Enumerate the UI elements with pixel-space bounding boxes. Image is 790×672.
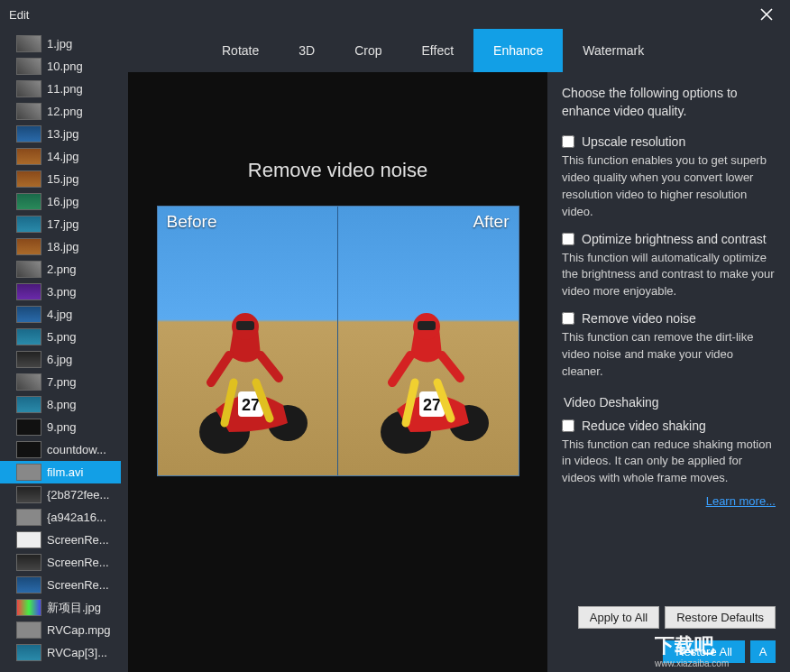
- tab-effect[interactable]: Effect: [402, 29, 474, 72]
- content-area: Rotate3DCropEffectEnhanceWatermark Remov…: [121, 29, 790, 672]
- upscale-option[interactable]: Upscale resolution: [562, 134, 776, 149]
- file-thumbnail: [16, 35, 41, 52]
- tab-rotate[interactable]: Rotate: [202, 29, 279, 72]
- file-item[interactable]: 2.png: [0, 258, 121, 281]
- optimize-option[interactable]: Optimize brightness and contrast: [562, 232, 776, 246]
- file-item[interactable]: 8.png: [0, 393, 121, 416]
- file-item[interactable]: 1.jpg: [0, 32, 121, 55]
- tab-crop[interactable]: Crop: [335, 29, 401, 72]
- file-item[interactable]: 4.jpg: [0, 303, 121, 326]
- file-item[interactable]: 10.png: [0, 55, 121, 78]
- before-label: Before: [167, 212, 217, 232]
- file-name-label: 新项目.jpg: [47, 600, 101, 616]
- file-name-label: 13.jpg: [47, 127, 78, 141]
- file-thumbnail: [16, 148, 41, 165]
- file-thumbnail: [16, 486, 41, 503]
- file-name-label: 4.jpg: [47, 308, 72, 321]
- file-item[interactable]: 16.jpg: [0, 190, 121, 213]
- motocross-image: 27: [365, 292, 491, 455]
- file-name-label: 3.png: [47, 285, 77, 299]
- file-item[interactable]: 11.png: [0, 78, 121, 100]
- close-button[interactable]: [749, 2, 785, 27]
- file-item[interactable]: 13.jpg: [0, 123, 121, 145]
- file-item[interactable]: 12.png: [0, 100, 121, 123]
- file-name-label: ScreenRe...: [47, 556, 109, 569]
- upscale-description: This function enables you to get superb …: [562, 152, 776, 220]
- optimize-checkbox[interactable]: [562, 233, 574, 245]
- file-item[interactable]: 3.png: [0, 281, 121, 303]
- file-thumbnail: [16, 58, 41, 75]
- file-name-label: 14.jpg: [47, 150, 78, 163]
- top-button-row: Apply to All Restore Defaults: [578, 606, 776, 629]
- file-name-label: 18.jpg: [47, 240, 78, 253]
- svg-rect-5: [236, 321, 254, 330]
- editor-row: Remove video noise Before 27: [121, 72, 790, 672]
- file-thumbnail: [16, 238, 41, 255]
- file-item[interactable]: 新项目.jpg: [0, 596, 121, 619]
- window-title: Edit: [9, 8, 29, 22]
- upscale-checkbox[interactable]: [562, 135, 574, 148]
- file-item[interactable]: RVCap.mpg: [0, 619, 121, 641]
- file-name-label: RVCap[3]...: [47, 646, 107, 659]
- file-name-label: 12.png: [47, 105, 83, 118]
- file-thumbnail: [16, 644, 41, 661]
- file-item[interactable]: 6.jpg: [0, 348, 121, 371]
- file-item[interactable]: 9.png: [0, 416, 121, 438]
- file-name-label: 15.jpg: [47, 172, 78, 186]
- denoise-label: Remove video noise: [582, 311, 696, 326]
- file-item[interactable]: ScreenRe...: [0, 529, 121, 551]
- preview-panel: Remove video noise Before 27: [128, 72, 547, 672]
- file-item[interactable]: 7.png: [0, 371, 121, 393]
- file-thumbnail: [16, 441, 41, 458]
- denoise-description: This function can remove the dirt-like v…: [562, 329, 776, 381]
- bottom-button-row: Restore All A: [663, 640, 776, 663]
- file-thumbnail: [16, 554, 41, 571]
- file-item[interactable]: RVCap[3]...: [0, 641, 121, 664]
- file-thumbnail: [16, 351, 41, 368]
- file-item[interactable]: film.avi: [0, 461, 121, 483]
- learn-more-link[interactable]: Learn more...: [562, 494, 776, 508]
- file-item[interactable]: {a942a16...: [0, 506, 121, 529]
- file-thumbnail: [16, 193, 41, 210]
- denoise-checkbox[interactable]: [562, 312, 574, 325]
- file-item[interactable]: {2b872fee...: [0, 483, 121, 506]
- deshake-option[interactable]: Reduce video shaking: [562, 419, 776, 433]
- deshake-checkbox[interactable]: [562, 419, 574, 432]
- compare-before: Before 27: [158, 207, 338, 475]
- svg-text:27: 27: [422, 396, 440, 414]
- file-name-label: 17.jpg: [47, 217, 78, 231]
- denoise-option[interactable]: Remove video noise: [562, 311, 776, 326]
- file-item[interactable]: ScreenRe...: [0, 551, 121, 574]
- main: 1.jpg10.png11.png12.png13.jpg14.jpg15.jp…: [0, 29, 790, 672]
- before-after-compare: Before 27: [157, 206, 519, 476]
- file-item[interactable]: 18.jpg: [0, 235, 121, 258]
- preview-title: Remove video noise: [248, 159, 427, 182]
- file-thumbnail: [16, 599, 41, 616]
- tab-watermark[interactable]: Watermark: [563, 29, 664, 72]
- tab-3d[interactable]: 3D: [279, 29, 335, 72]
- file-item[interactable]: ScreenRe...: [0, 574, 121, 596]
- after-label: After: [473, 212, 509, 232]
- deshaking-subtitle: Video Deshaking: [564, 395, 776, 410]
- file-name-label: film.avi: [47, 465, 83, 479]
- file-thumbnail: [16, 170, 41, 188]
- options-intro: Choose the following options to enhance …: [562, 85, 776, 120]
- file-thumbnail: [16, 509, 41, 526]
- apply-to-all-button[interactable]: Apply to All: [578, 606, 659, 629]
- file-name-label: 16.jpg: [47, 195, 78, 208]
- restore-all-button[interactable]: Restore All: [663, 640, 745, 663]
- file-item[interactable]: 15.jpg: [0, 168, 121, 190]
- file-name-label: 7.png: [47, 375, 77, 389]
- file-item[interactable]: 5.png: [0, 326, 121, 348]
- file-item[interactable]: countdow...: [0, 438, 121, 461]
- file-name-label: 10.png: [47, 60, 83, 73]
- file-item[interactable]: 14.jpg: [0, 145, 121, 168]
- file-name-label: RVCap.mpg: [47, 623, 111, 637]
- restore-defaults-button[interactable]: Restore Defaults: [665, 606, 776, 629]
- apply-button[interactable]: A: [750, 640, 776, 663]
- file-item[interactable]: 17.jpg: [0, 213, 121, 235]
- optimize-label: Optimize brightness and contrast: [582, 232, 767, 246]
- file-sidebar[interactable]: 1.jpg10.png11.png12.png13.jpg14.jpg15.jp…: [0, 29, 121, 672]
- tab-enhance[interactable]: Enhance: [473, 29, 563, 72]
- file-thumbnail: [16, 419, 41, 436]
